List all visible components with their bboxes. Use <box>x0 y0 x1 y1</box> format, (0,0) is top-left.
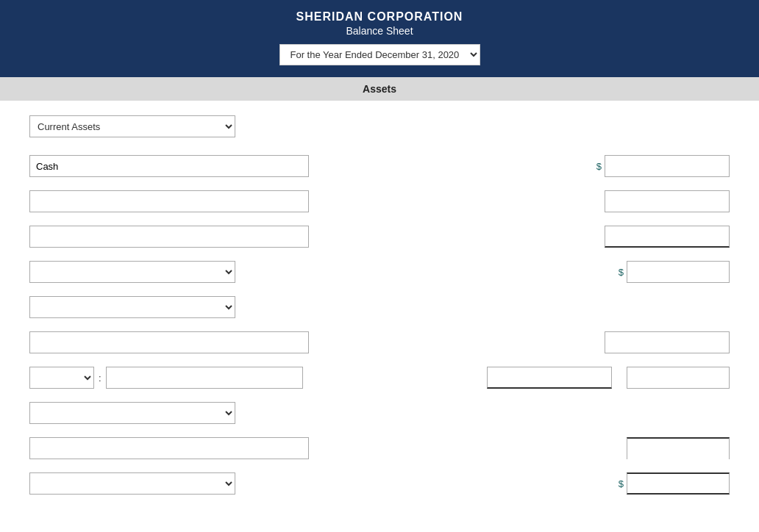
cash-value-input[interactable] <box>605 155 730 177</box>
row6-label-input[interactable] <box>29 331 309 353</box>
row10-select[interactable] <box>29 472 235 495</box>
company-name: SHERIDAN CORPORATION <box>15 10 744 24</box>
row8-select[interactable] <box>29 402 235 424</box>
document-title: Balance Sheet <box>15 25 744 37</box>
period-select[interactable]: For the Year Ended December 31, 2020 For… <box>279 44 480 65</box>
dollar-sign-5: $ <box>619 267 624 278</box>
row10-total-input[interactable] <box>627 472 730 495</box>
row9-label-input[interactable] <box>29 437 309 459</box>
row-9 <box>29 437 730 459</box>
row-10: $ <box>29 472 730 495</box>
period-select-wrap: For the Year Ended December 31, 2020 For… <box>15 44 744 65</box>
row-6 <box>29 331 730 353</box>
row9-far-input[interactable] <box>627 437 730 459</box>
row4-select[interactable] <box>29 261 235 283</box>
row-4: $ <box>29 261 730 283</box>
row-7: : <box>29 367 730 389</box>
row4-far-value-input[interactable] <box>627 261 730 283</box>
row5-select[interactable] <box>29 296 235 318</box>
row2-value-input[interactable] <box>605 190 730 212</box>
row6-mid-input[interactable] <box>605 331 730 353</box>
assets-section-bar: Assets <box>0 77 759 101</box>
row3-label-input[interactable] <box>29 226 309 248</box>
dollar-sign-1: $ <box>596 161 602 172</box>
row-2 <box>29 190 730 212</box>
dollar-sign-9: $ <box>619 478 624 489</box>
row2-label-input[interactable] <box>29 190 309 212</box>
row-5 <box>29 296 730 318</box>
row-cash: $ <box>29 155 730 177</box>
row7-mid-value-input[interactable] <box>487 367 612 389</box>
category-row: Current Assets Non-Current Assets <box>29 115 730 137</box>
row-8 <box>29 402 730 424</box>
row7-long-input[interactable] <box>106 367 303 389</box>
colon-separator: : <box>99 373 101 384</box>
category-select[interactable]: Current Assets Non-Current Assets <box>29 115 235 137</box>
row-3 <box>29 226 730 248</box>
main-content: Current Assets Non-Current Assets $ <box>0 101 759 530</box>
row7-small-select[interactable] <box>29 367 94 389</box>
cash-label-input[interactable] <box>29 155 309 177</box>
row3-value-input[interactable] <box>605 226 730 248</box>
header: SHERIDAN CORPORATION Balance Sheet For t… <box>0 0 759 77</box>
page-wrapper: SHERIDAN CORPORATION Balance Sheet For t… <box>0 0 759 532</box>
row7-right-input[interactable] <box>627 367 730 389</box>
